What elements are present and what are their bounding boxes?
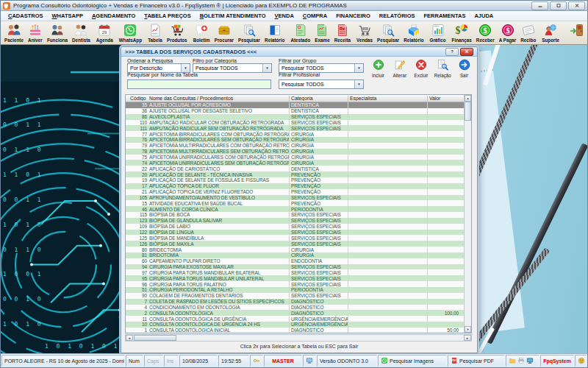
order-combo[interactable]: Por Descrição [127,63,190,73]
table-row[interactable]: 21APLICAÇÃO TÓPICA DE VERNIZ FLUORETADOP… [126,189,464,195]
minimize-button[interactable] [531,1,548,10]
toolbar-button-pesquisar[interactable]: Pesquisar [236,22,262,43]
category-combo[interactable]: Pesquisar TODOS [193,63,272,73]
column-header-code[interactable]: Código [126,96,149,101]
sair-button[interactable]: Sair [454,58,474,78]
toolbar-button-exame[interactable]: Exame [312,22,331,43]
menu-item-boletim-atendimento[interactable]: BOLETIM ATENDIMENTO [196,13,270,19]
scroll-down-arrow[interactable] [465,326,471,333]
menu-item-cadastros[interactable]: CADASTROS [4,13,48,19]
toolbar-button-a-pagar[interactable]: $A Pagar [497,22,519,43]
column-header-specialist[interactable]: Especialista [348,96,427,101]
toolbar-button-boletim[interactable]: Boletim [191,22,212,43]
menu-item-agendamento[interactable]: AGENDAMENTO [87,13,140,19]
column-header-name[interactable]: Nome das Consultas / Procedimentos [149,96,289,101]
table-row[interactable]: 2CONSULTA ODONTOLÓGICADIAGNÓSTICO100,00 [126,310,464,316]
table-row[interactable]: 46AUMENTO DE COROA CLÍNICAPERIODONTIA [126,206,464,212]
toolbar-button-receber[interactable]: $Receber [474,22,497,43]
toolbar-button-paciente[interactable]: Paciente [2,22,26,43]
table-row[interactable]: 20APLICAÇÃO DE SELANTE - TÉCNICA INVASIV… [126,171,464,177]
status-segment-pesquisar-imagens[interactable]: Pesquisar Imagens [378,355,447,367]
table-row[interactable]: 96CIRURGIA PARA TORUS PALATINOSERVIÇOS E… [126,281,464,287]
toolbar-button-funciona[interactable]: Funciona [45,22,70,43]
table-row[interactable]: 17APLICAÇÃO TÓPICA DE FLÚORPREVENÇÃO [126,183,464,189]
toolbar-button-agenda[interactable]: 29Agenda [94,22,115,43]
toolbar-button-relatorio[interactable]: Relatório [262,22,287,43]
table-row[interactable]: 125BIÓPSIA DE MANDÍBULASERVIÇOS ESPECIAI… [126,235,464,241]
toolbar-button-relatorio[interactable]: Relatório [401,22,426,43]
table-row[interactable]: 76APICETOMIA BIRRADICULARES SEM OBTURAÇÃ… [126,137,464,143]
menu-item-ajuda[interactable]: AJUDA [470,13,498,19]
column-header-category[interactable]: Categoria [289,96,348,101]
toolbar-button-exit-door-icon[interactable] [567,22,587,43]
table-row[interactable]: 115BIÓPSIA DE BOCASERVIÇOS ESPECIAIS [126,212,464,218]
menu-item-compra[interactable]: COMPRA [298,13,331,19]
alterar-button[interactable]: Alterar [390,58,409,78]
professional-combo[interactable]: Pesquisar TODOS [279,79,364,89]
relacao-button[interactable]: Relação [433,58,453,78]
scroll-up-arrow[interactable] [465,95,471,102]
scroll-left-arrow[interactable] [126,335,133,341]
table-row[interactable]: 78APICETOMIA MULTIRRADICULARES SEM OBTUR… [126,149,464,155]
vertical-scrollbar[interactable] [464,95,471,333]
table-row[interactable]: 51CIRURGIA PERIODONTAL A RETALHOPERIODON… [126,287,464,293]
table-row[interactable]: 74APICETOMIA UNIRRADICULARES SEM OBTURAÇ… [126,160,464,166]
table-row[interactable]: 110AMPUTAÇÃO RADICULAR COM OBTURAÇÃO RET… [126,120,464,126]
toolbar-button-vendas[interactable]: Vendas [354,22,375,43]
menu-item-financeiro[interactable]: FINANCEIRO [331,13,375,19]
toolbar-button-tabela[interactable]: Tabela [146,22,165,43]
table-row[interactable]: 94CIRURGIA PARA EXOSTOSE MAXILARSERVIÇOS… [126,264,464,270]
table-row[interactable]: 123BIÓPSIA DE GLÂNDULA SALIVARSERVIÇOS E… [126,218,464,224]
search-input[interactable] [127,79,271,89]
column-header-value[interactable]: Valor [427,96,460,101]
table-row[interactable]: 10CONSULTA ODONTOLÓGICA DE URGÊNCIA 24 H… [126,322,464,328]
table-row[interactable]: 81BRIDOTOMIACIRURGIA [126,252,464,258]
status-segment-pesquisar-pdf[interactable]: PDFPesquisar PDF [448,355,505,367]
toolbar-button-produtos[interactable]: Produtos [165,22,190,43]
table-row[interactable]: 60CAPEAMENTO PULPAR DIRETOENDODONTIA [126,258,464,264]
table-row[interactable]: 111AMPUTAÇÃO RADICULAR SEM OBTURAÇÃO RET… [126,125,464,131]
dialog-close-button[interactable] [460,48,473,56]
table-row[interactable]: 77APICETOMIA BIRRADICULARES COM OBTURAÇÃ… [126,131,464,137]
table-row[interactable]: 126BIÓPSIA DE MAXILASERVIÇOS ESPECIAIS [126,241,464,247]
toolbar-button-grafico[interactable]: Gráfico [428,22,448,43]
horizontal-scrollbar[interactable] [125,334,472,342]
toolbar-button-receita[interactable]: RxReceita [332,22,353,43]
table-row[interactable]: 109BIÓPSIA DE LÁBIOSERVIÇOS ESPECIAIS [126,224,464,230]
table-row[interactable]: 79APICETOMIA MULTIRRADICULARES COM OBTUR… [126,143,464,149]
incluir-button[interactable]: Incluir [368,58,388,78]
menu-item-tabela-precos[interactable]: TABELA PREÇOS [140,13,195,19]
scroll-thumb[interactable] [465,102,471,121]
dialog-help-button[interactable] [445,48,459,56]
menu-item-ferramentas[interactable]: FERRAMENTAS [419,13,470,19]
toolbar-button-financas[interactable]: $Finanças [450,22,474,43]
toolbar-button-recibo[interactable]: Recibo [518,22,538,43]
table-row[interactable]: 97CIRURGIA PARA TORUS MANDIBULAR BILATER… [126,269,464,275]
toolbar-button-suporte[interactable]: Suporte [539,22,562,43]
table-row[interactable]: 95CIRURGIA PARA TORUS MANDIBULAR UNILATE… [126,275,464,281]
table-row[interactable]: 4CONDICIONAMENTO EM ODONTOLOGIADIAGNÓSTI… [126,305,464,311]
table-row[interactable]: 35AJUSTE OCLUSAL POR ACRESCIMODENTISTICA [126,102,464,108]
toolbar-button-whatsapp[interactable]: WhatsApp [117,22,144,43]
menu-item-venda[interactable]: VENDA [270,13,298,19]
toolbar-button-procurar[interactable]: Procurar [212,22,236,43]
table-row[interactable]: 75APICETOMIA UNIRRADICULARES COM OBTURAÇ… [126,155,464,160]
group-combo[interactable]: Pesquisar TODOS [279,63,364,73]
excluir-button[interactable]: Excluir [412,58,431,78]
table-row[interactable]: 80BRIDECTOMIACIRURGIA [126,247,464,252]
table-row[interactable]: 19APLICAÇÃO DE SELANTE DE FÓSSULAS E FIS… [126,177,464,183]
restore-button[interactable] [550,1,567,10]
scroll-right-arrow[interactable] [464,335,471,341]
table-row[interactable]: 86ALVEOLOPLASTIASERVIÇOS ESPECIAIS [126,114,464,120]
toolbar-button-atestado[interactable]: Atestado [288,22,312,43]
menu-item-relatorios[interactable]: RELATÓRIOS [375,13,420,19]
table-row[interactable]: 11CONSULTA ODONTOLÓGICA DE URGÊNCIAURGÊN… [126,316,464,322]
table-row[interactable]: 122BIÓPSIA DE LÍNGUASERVIÇOS ESPECIAIS [126,230,464,236]
table-row[interactable]: 22APLICAÇÃO DE CARIOSTÁTICODENTISTICA [126,166,464,171]
table-row[interactable]: 105APROFUNDAMENTO/AUMENTO DE VESTÍBULOSE… [126,195,464,201]
status-segment-folder-icon-printer-icon-monitor-icon[interactable] [506,355,539,367]
hscroll-thumb[interactable] [134,335,176,341]
toolbar-button-pesquisar[interactable]: Pesquisar [375,22,401,43]
toolbar-button-dentista[interactable]: Dentista [70,22,93,43]
table-row[interactable]: 7COLETA DE RASPADO EM LESÕES OU SÍTIOS E… [126,299,464,305]
